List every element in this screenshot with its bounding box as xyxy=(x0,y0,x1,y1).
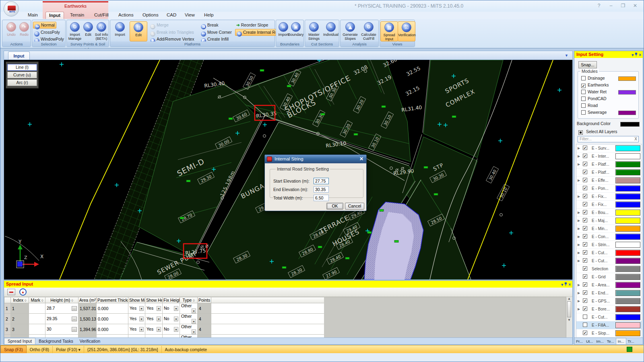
layer-row[interactable]: ▶✔E - Platf... xyxy=(576,160,642,169)
module-checkbox[interactable] xyxy=(581,103,586,108)
grid-cell[interactable]: Other▾ xyxy=(180,324,198,335)
layer-color-swatch[interactable] xyxy=(615,169,640,175)
dropdown-icon[interactable]: ▾ xyxy=(192,329,196,334)
ribbon-tab-terrain[interactable]: Terrain xyxy=(67,12,87,19)
grid-cell[interactable]: 1,394.969 xyxy=(78,324,97,335)
layer-row[interactable]: ▶✔E - Bore... xyxy=(576,305,642,313)
layer-checkbox[interactable]: ✔ xyxy=(583,242,587,247)
layer-expander-icon[interactable]: ▶ xyxy=(578,307,580,311)
help-icon[interactable]: ? xyxy=(594,3,603,8)
selection-crosspoly-button[interactable]: ⬠CrossPoly xyxy=(33,29,61,36)
snap-settings-button[interactable]: Snap... xyxy=(578,61,597,68)
grid-column-header[interactable]: Show Height◊ xyxy=(145,297,163,303)
layer-expander-icon[interactable]: ▶ xyxy=(578,211,580,214)
layer-expander-icon[interactable]: ▶ xyxy=(578,162,580,166)
grid-cell[interactable]: No▾ xyxy=(163,303,180,314)
layer-color-swatch[interactable] xyxy=(615,145,640,151)
cad-canvas[interactable]: Y X Z SHOPLOTS/OFFICEBLOCKSSPORTSCOMPLEX… xyxy=(4,60,573,280)
start-elevation-field[interactable] xyxy=(314,178,329,184)
soil-info-button[interactable]: ⓘ Soil Info (BETA) xyxy=(94,21,109,41)
layer-checkbox[interactable]: ✔ xyxy=(583,178,587,182)
layer-row[interactable]: ✔E - Slop... xyxy=(576,329,642,337)
arc-tool-button[interactable]: Arc (r) xyxy=(7,79,37,86)
grid-cell[interactable]: 1 xyxy=(11,303,29,314)
module-checkbox[interactable] xyxy=(581,76,586,80)
dropdown-icon[interactable]: ▾ xyxy=(157,306,161,311)
app-logo-icon[interactable]: MiTS xyxy=(4,1,19,16)
layer-checkbox[interactable]: ✔ xyxy=(583,331,587,335)
layer-checkbox[interactable]: ✔ xyxy=(583,282,587,287)
sort-icon[interactable]: ◊ xyxy=(193,298,194,302)
layer-color-swatch[interactable] xyxy=(615,322,640,328)
module-drainage[interactable]: Drainage xyxy=(581,76,637,82)
dropdown-icon[interactable]: ▾ xyxy=(157,327,161,332)
dropdown-icon[interactable]: ▾ xyxy=(139,327,144,332)
layer-checkbox[interactable]: ✔ xyxy=(583,250,587,255)
verification-button[interactable]: ☑ Verification xyxy=(398,21,415,41)
grid-cell[interactable]: 29.35... xyxy=(45,314,78,324)
background-color-swatch[interactable] xyxy=(620,122,640,127)
layer-checkbox[interactable]: ✔ xyxy=(583,154,587,158)
layer-row[interactable]: ▶✔E - Inter... xyxy=(576,152,642,160)
table-row[interactable]: 1128.7...1,537.3140.000Yes▾Yes▾No▾Other▾… xyxy=(4,303,324,314)
document-dropdown-icon[interactable]: ▼ xyxy=(565,53,568,58)
layer-row[interactable]: ▶✔E - Bou... xyxy=(576,209,642,217)
layer-color-swatch[interactable] xyxy=(615,153,640,159)
status-toggle-ortho-f8-[interactable]: Ortho (F8) xyxy=(27,346,53,354)
layer-color-swatch[interactable] xyxy=(615,202,640,208)
layer-color-swatch[interactable] xyxy=(615,210,640,216)
layer-row[interactable]: ▶✔E - Con... xyxy=(576,233,642,241)
grid-cell[interactable] xyxy=(211,324,324,335)
layer-checkbox[interactable]: ✔ xyxy=(583,306,587,311)
survey-edit-button[interactable]: ✎ Edit xyxy=(83,21,94,41)
module-checkbox[interactable] xyxy=(581,97,586,101)
layer-color-swatch[interactable] xyxy=(615,234,640,240)
panel-dropdown-icon[interactable]: ▾ xyxy=(632,53,634,57)
panel-tab-in[interactable]: In... xyxy=(616,338,626,344)
break-into-triangles-button[interactable]: △Break into Triangles xyxy=(149,29,195,36)
grid-cell[interactable] xyxy=(211,314,324,324)
grid-vertical-scrollbar[interactable]: ▲▼ xyxy=(566,297,572,338)
module-road[interactable]: Road xyxy=(581,103,637,109)
grid-cell[interactable]: 30... xyxy=(45,324,78,335)
module-checkbox[interactable] xyxy=(581,90,586,94)
platform-import-button[interactable]: ≡ Import xyxy=(111,21,129,41)
grid-cell[interactable]: Yes▾ xyxy=(145,314,163,324)
layer-color-swatch[interactable] xyxy=(615,306,640,312)
module-checkbox[interactable] xyxy=(581,110,586,115)
grid-cell[interactable]: No▾ xyxy=(163,314,180,324)
layer-row[interactable]: ▶✔E - Cut... xyxy=(576,249,642,257)
module-water-ret[interactable]: Water Ret xyxy=(581,89,637,96)
layer-expander-icon[interactable]: ▶ xyxy=(578,283,580,287)
grid-cell[interactable]: 1,530.139 xyxy=(78,314,97,324)
layer-row[interactable]: ✔E - Platf... xyxy=(576,169,642,177)
grid-cell[interactable]: 4 xyxy=(198,314,211,324)
status-toggle-snap-f3-[interactable]: Snap (F3) xyxy=(0,346,27,354)
layer-row[interactable]: ✔E - Pon... xyxy=(576,185,642,193)
remove-row-button[interactable] xyxy=(7,289,15,295)
module-sewerage[interactable]: Sewerage xyxy=(581,110,637,116)
panel-close-icon[interactable]: × xyxy=(568,282,571,287)
layer-checkbox[interactable]: ✔ xyxy=(583,194,587,198)
minimize-icon[interactable]: – xyxy=(607,3,615,8)
status-toggle-polar-f10-[interactable]: Polar (F10) ▾ xyxy=(53,346,84,354)
layer-expander-icon[interactable]: ▶ xyxy=(578,251,580,255)
master-strings-button[interactable]: ∿ Master Strings xyxy=(305,21,323,41)
clear-filter-icon[interactable]: X xyxy=(634,136,637,142)
layer-checkbox[interactable] xyxy=(583,323,587,327)
dropdown-icon[interactable]: ▾ xyxy=(157,317,161,321)
layer-color-swatch[interactable] xyxy=(615,242,640,248)
layer-color-swatch[interactable] xyxy=(615,226,640,232)
layer-color-swatch[interactable] xyxy=(615,282,640,288)
grid-cell[interactable]: Yes▾ xyxy=(145,303,163,314)
boundary-button[interactable]: ▣ Boundary xyxy=(287,21,304,41)
layer-row[interactable]: ✔E - Fix... xyxy=(576,201,642,209)
bottom-tab-verification[interactable]: Verification xyxy=(76,338,103,345)
layer-expander-icon[interactable]: ▶ xyxy=(578,154,580,158)
ribbon-tab-help[interactable]: Help xyxy=(201,12,217,19)
module-earthworks[interactable]: ✔Earthworks xyxy=(581,82,637,89)
layer-checkbox[interactable]: ✔ xyxy=(583,274,587,279)
grid-column-header[interactable]: Area (m²)◊ xyxy=(78,297,97,303)
ribbon-tab-main[interactable]: Main xyxy=(25,12,41,19)
grid-cell[interactable]: 2 xyxy=(4,314,11,324)
